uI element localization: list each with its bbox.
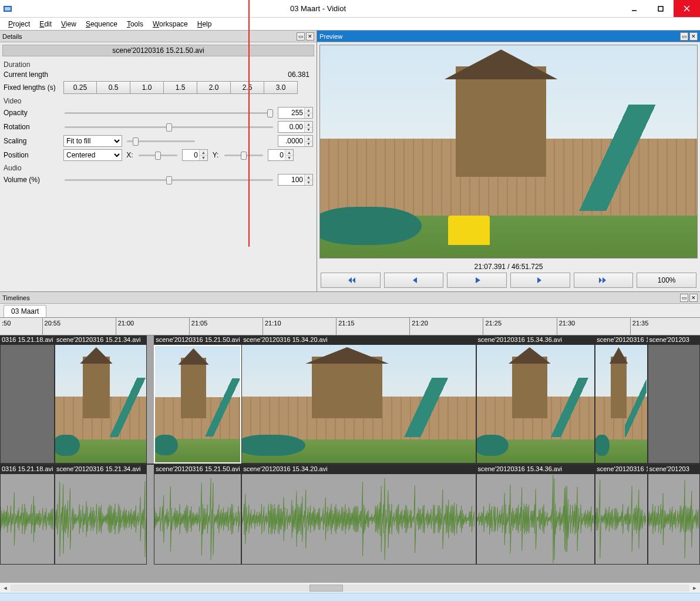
audio-clip[interactable]: 0316 15.21.18.avi xyxy=(0,465,55,565)
ruler-tick: 21:00 xyxy=(116,318,134,335)
scroll-right-icon[interactable]: ► xyxy=(689,583,700,593)
preview-pane: Preview ▭✕ 21:07.391 / 46:51.725 100% xyxy=(317,31,700,291)
fixed-length-button[interactable]: 1.0 xyxy=(130,81,164,94)
video-clip[interactable]: scene'20120316 15.21.34.avi xyxy=(55,335,147,464)
video-clip[interactable]: scene'20120316 15.21.50.avi xyxy=(154,335,241,464)
menu-sequence[interactable]: Sequence xyxy=(82,19,121,29)
menu-view[interactable]: View xyxy=(58,19,80,29)
menu-help[interactable]: Help xyxy=(194,19,216,29)
fixed-length-button[interactable]: 2.0 xyxy=(197,81,231,94)
y-label: Y: xyxy=(211,151,220,159)
volume-label: Volume (%) xyxy=(4,176,60,184)
menubar: Project Edit View Sequence Tools Workspa… xyxy=(0,18,700,31)
menu-tools[interactable]: Tools xyxy=(123,19,147,29)
fixed-lengths-label: Fixed lengths (s) xyxy=(4,83,60,92)
position-combo[interactable]: Centered xyxy=(63,149,122,161)
fixed-length-button[interactable]: 0.25 xyxy=(63,81,97,94)
video-clip[interactable]: 0316 15.21.18.avi xyxy=(0,335,55,464)
ruler-tick: 21:30 xyxy=(557,318,576,335)
details-header[interactable]: Details ▭✕ xyxy=(0,31,317,42)
rotation-slider[interactable] xyxy=(63,122,274,132)
ruler-tick: 20:55 xyxy=(42,318,61,335)
video-track[interactable]: 0316 15.21.18.aviscene'20120316 15.21.34… xyxy=(0,335,700,465)
scaling-slider[interactable] xyxy=(126,136,196,146)
volume-slider[interactable] xyxy=(63,174,274,185)
svg-rect-1 xyxy=(5,7,11,11)
status-bar xyxy=(0,593,700,601)
close-button[interactable] xyxy=(674,0,700,17)
menu-workspace[interactable]: Workspace xyxy=(149,19,191,29)
svg-rect-3 xyxy=(658,6,663,11)
timelines-header[interactable]: Timelines ▭✕ xyxy=(0,292,700,304)
rotation-label: Rotation xyxy=(4,123,60,131)
goto-end-button[interactable] xyxy=(574,273,634,288)
playhead[interactable] xyxy=(248,0,250,247)
titlebar: 03 Maart - Vidiot xyxy=(0,0,700,18)
menu-edit[interactable]: Edit xyxy=(36,19,55,29)
preview-viewport[interactable] xyxy=(319,45,698,258)
section-audio: Audio xyxy=(0,162,317,173)
position-label: Position xyxy=(4,151,60,159)
ruler-tick: 21:05 xyxy=(189,318,208,335)
play-button[interactable] xyxy=(447,273,507,288)
opacity-spin[interactable]: ▲▼ xyxy=(278,107,313,119)
ruler-tick: 21:10 xyxy=(262,318,281,335)
ruler-tick: 21:25 xyxy=(483,318,502,335)
timeline-tab[interactable]: 03 Maart xyxy=(4,305,46,317)
fixed-length-button[interactable]: 0.5 xyxy=(97,81,130,94)
app-icon xyxy=(0,4,15,14)
menu-project[interactable]: Project xyxy=(5,19,33,29)
ruler-tick: 21:15 xyxy=(336,318,355,335)
scaling-combo[interactable]: Fit to fill xyxy=(63,135,122,147)
close-pane-icon[interactable]: ✕ xyxy=(306,32,314,41)
close-pane-icon[interactable]: ✕ xyxy=(689,294,698,302)
dock-icon[interactable]: ▭ xyxy=(680,294,688,302)
current-length-value: 06.381 xyxy=(63,70,313,79)
video-clip[interactable]: scene'20120316 1 xyxy=(595,335,647,464)
timeline-hscroll[interactable]: ◄ ► xyxy=(0,582,700,593)
audio-clip[interactable]: scene'20120316 15.21.50.avi xyxy=(154,465,241,565)
y-slider[interactable] xyxy=(223,150,264,160)
next-frame-button[interactable] xyxy=(510,273,570,288)
preview-header[interactable]: Preview ▭✕ xyxy=(317,31,700,42)
video-clip[interactable]: scene'201203 xyxy=(648,335,700,464)
audio-clip[interactable]: scene'20120316 15.21.34.avi xyxy=(55,465,147,565)
close-pane-icon[interactable]: ✕ xyxy=(689,32,698,41)
fixed-length-button[interactable]: 1.5 xyxy=(164,81,197,94)
current-length-label: Current length xyxy=(4,70,60,79)
time-ruler[interactable]: :5020:5521:0021:0521:1021:1521:2021:2521… xyxy=(0,318,700,335)
scaling-spin[interactable]: ▲▼ xyxy=(278,135,313,147)
details-pane: Details ▭✕ scene'20120316 15.21.50.avi D… xyxy=(0,31,317,291)
audio-clip[interactable]: scene'20120316 15.34.36.avi xyxy=(476,465,595,565)
maximize-button[interactable] xyxy=(647,0,674,17)
rotation-spin[interactable]: ▲▼ xyxy=(278,121,313,133)
audio-track[interactable]: 0316 15.21.18.aviscene'20120316 15.21.34… xyxy=(0,465,700,565)
x-label: X: xyxy=(126,151,134,159)
opacity-label: Opacity xyxy=(4,109,60,117)
audio-clip[interactable]: scene'20120316 15.34.20.avi xyxy=(241,465,476,565)
x-spin[interactable]: ▲▼ xyxy=(182,149,208,161)
fixed-length-button[interactable]: 3.0 xyxy=(264,81,298,94)
time-readout: 21:07.391 / 46:51.725 xyxy=(317,261,700,273)
scroll-left-icon[interactable]: ◄ xyxy=(0,583,11,593)
audio-clip[interactable]: scene'201203 xyxy=(648,465,700,565)
ruler-tick: 21:35 xyxy=(630,318,649,335)
audio-clip[interactable]: scene'20120316 1 xyxy=(595,465,647,565)
volume-spin[interactable]: ▲▼ xyxy=(278,174,313,186)
x-slider[interactable] xyxy=(137,150,179,160)
minimize-button[interactable] xyxy=(621,0,647,17)
fixed-length-button[interactable]: 2.5 xyxy=(231,81,264,94)
dock-icon[interactable]: ▭ xyxy=(297,32,305,41)
dock-icon[interactable]: ▭ xyxy=(680,32,688,41)
timeline-body[interactable]: :5020:5521:0021:0521:1021:1521:2021:2521… xyxy=(0,317,700,582)
section-duration: Duration xyxy=(0,59,317,69)
timelines-pane: Timelines ▭✕ 03 Maart :5020:5521:0021:05… xyxy=(0,292,700,593)
prev-frame-button[interactable] xyxy=(384,273,444,288)
video-clip[interactable]: scene'20120316 15.34.36.avi xyxy=(476,335,595,464)
ruler-tick: 21:20 xyxy=(409,318,428,335)
goto-start-button[interactable] xyxy=(321,273,381,288)
opacity-slider[interactable] xyxy=(63,108,274,118)
video-clip[interactable]: scene'20120316 15.34.20.avi xyxy=(241,335,476,464)
y-spin[interactable]: ▲▼ xyxy=(268,149,294,161)
zoom-readout[interactable]: 100% xyxy=(637,273,696,288)
